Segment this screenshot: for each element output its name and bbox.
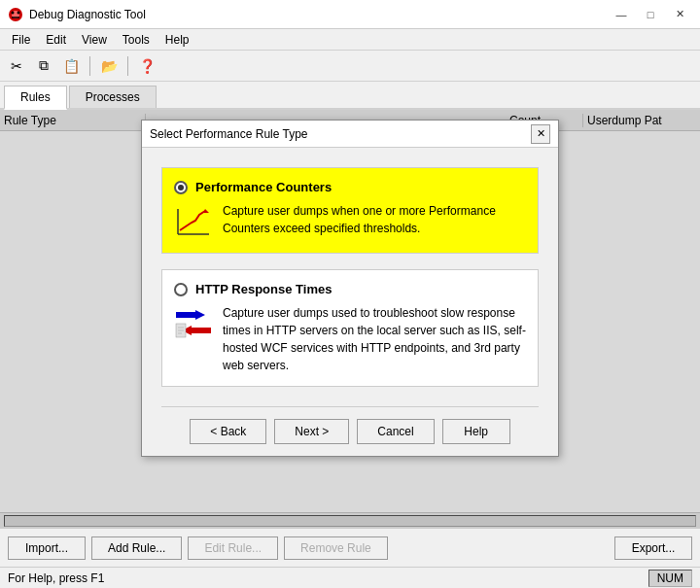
help-button[interactable]: ❓ — [134, 54, 159, 78]
remove-rule-button[interactable]: Remove Rule — [284, 536, 388, 560]
svg-point-2 — [12, 11, 15, 14]
modal-footer: < Back Next > Cancel Help — [142, 407, 558, 456]
app-icon — [8, 7, 23, 22]
perf-chart-icon — [174, 202, 213, 241]
option-perf-label: Performance Counters — [195, 180, 332, 194]
menu-file[interactable]: File — [4, 31, 38, 49]
status-help-text: For Help, press F1 — [8, 571, 104, 585]
toolbar-separator — [89, 56, 90, 76]
option-http-content: Capture user dumps used to troubleshoot … — [174, 304, 526, 374]
copy-button[interactable]: ⧉ — [31, 54, 56, 78]
main-content: Rule Type Count Userdump Pat Select Perf… — [0, 110, 700, 528]
export-button[interactable]: Export... — [614, 536, 692, 560]
cut-button[interactable]: ✂ — [4, 54, 29, 78]
paste-button[interactable]: 📋 — [58, 54, 84, 78]
back-button[interactable]: < Back — [190, 419, 266, 444]
cancel-button[interactable]: Cancel — [357, 419, 434, 444]
menubar: File Edit View Tools Help — [0, 29, 700, 51]
menu-tools[interactable]: Tools — [115, 31, 158, 49]
menu-help[interactable]: Help — [158, 31, 197, 49]
modal-dialog: Select Performance Rule Type ✕ Performan… — [141, 120, 559, 457]
add-rule-button[interactable]: Add Rule... — [91, 536, 182, 560]
modal-titlebar: Select Performance Rule Type ✕ — [142, 121, 558, 148]
svg-rect-10 — [192, 328, 211, 333]
toolbar-separator2 — [127, 56, 128, 76]
next-button[interactable]: Next > — [274, 419, 349, 444]
svg-marker-9 — [195, 310, 205, 320]
option-http-label: HTTP Response Times — [195, 282, 332, 296]
titlebar: Debug Diagnostic Tool — □ ✕ — [0, 0, 700, 29]
option-http-desc: Capture user dumps used to troubleshoot … — [223, 304, 526, 374]
status-num: NUM — [648, 570, 692, 587]
minimize-button[interactable]: — — [609, 5, 634, 24]
svg-point-3 — [18, 11, 20, 14]
menu-view[interactable]: View — [74, 31, 115, 49]
edit-rule-button[interactable]: Edit Rule... — [188, 536, 278, 560]
option-perf-desc: Capture user dumps when one or more Perf… — [223, 202, 526, 237]
maximize-button[interactable]: □ — [638, 5, 663, 24]
svg-rect-8 — [176, 312, 195, 318]
modal-body: Performance Counters — [142, 148, 558, 406]
modal-overlay: Select Performance Rule Type ✕ Performan… — [0, 110, 700, 528]
app-title: Debug Diagnostic Tool — [29, 8, 609, 21]
option-perf-counters[interactable]: Performance Counters — [161, 167, 539, 254]
statusbar: For Help, press F1 NUM — [0, 567, 700, 588]
menu-edit[interactable]: Edit — [38, 31, 74, 49]
toolbar: ✂ ⧉ 📋 📂 ❓ — [0, 51, 700, 82]
option-perf-content: Capture user dumps when one or more Perf… — [174, 202, 526, 241]
option-perf-header: Performance Counters — [174, 180, 526, 194]
modal-title: Select Performance Rule Type — [150, 127, 531, 141]
bottom-bar: Import... Add Rule... Edit Rule... Remov… — [0, 528, 700, 567]
option-http-header: HTTP Response Times — [174, 282, 526, 296]
import-button[interactable]: Import... — [8, 536, 86, 560]
open-button[interactable]: 📂 — [96, 54, 122, 78]
close-button[interactable]: ✕ — [667, 5, 692, 24]
help-modal-button[interactable]: Help — [442, 419, 510, 444]
option-http-response[interactable]: HTTP Response Times — [161, 269, 539, 387]
modal-close-button[interactable]: ✕ — [531, 124, 550, 144]
tabs-bar: Rules Processes — [0, 82, 700, 110]
http-arrows-icon — [174, 304, 213, 343]
tab-rules[interactable]: Rules — [4, 86, 67, 110]
radio-http-response[interactable] — [174, 283, 188, 296]
tab-processes[interactable]: Processes — [69, 86, 157, 108]
window-controls: — □ ✕ — [609, 5, 692, 24]
radio-perf-counters[interactable] — [174, 181, 188, 194]
